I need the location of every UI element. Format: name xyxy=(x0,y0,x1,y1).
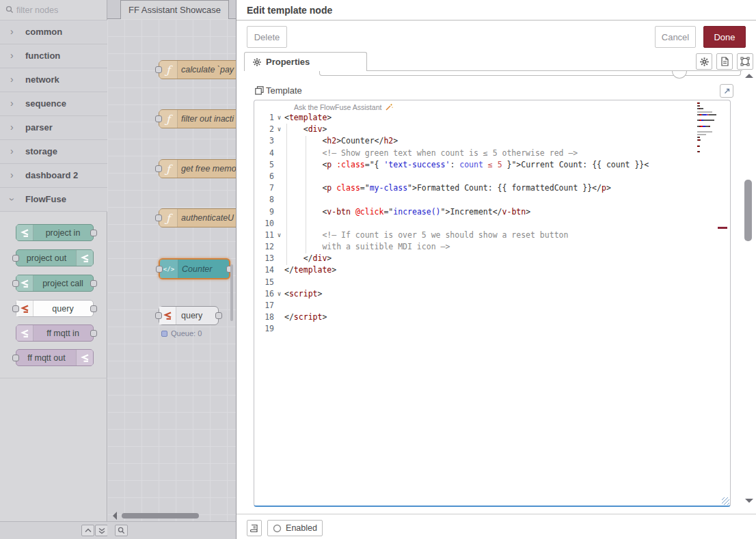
code-line-18[interactable]: 18</script> xyxy=(254,312,730,323)
code-line-6[interactable]: 6 xyxy=(254,171,730,182)
palette-node-ff-mqtt-out[interactable]: ff mqtt out xyxy=(16,349,94,366)
flow-node-authenticateu[interactable]: ƒauthenticateU xyxy=(159,208,236,227)
code-line-9[interactable]: 9 <v-btn @click="increase()">Increment</… xyxy=(254,206,730,218)
fold-chevron-icon[interactable]: ∨ xyxy=(274,112,284,124)
input-port[interactable] xyxy=(12,280,19,287)
fold-gutter xyxy=(274,206,284,218)
flow-node-get-free-memo[interactable]: ƒget free memo xyxy=(159,159,236,178)
hscroll-left-arrow[interactable] xyxy=(113,512,117,520)
code-line-17[interactable]: 17 xyxy=(254,300,730,312)
zoom-search-button[interactable] xyxy=(115,525,128,536)
appearance-frame-button[interactable] xyxy=(737,53,753,70)
code-line-16[interactable]: 16∨<script> xyxy=(254,288,730,300)
input-port[interactable] xyxy=(12,355,19,361)
flow-node-counter[interactable]: </>Counter xyxy=(159,258,230,279)
done-button[interactable]: Done xyxy=(703,26,746,48)
code-line-5[interactable]: 5 <p :class="{ 'text-success': count ≤ 5… xyxy=(254,159,730,171)
code-line-10[interactable]: 10 xyxy=(254,218,730,230)
palette-node-project-out[interactable]: project out xyxy=(16,249,94,266)
minimap-line xyxy=(697,111,718,113)
output-port[interactable] xyxy=(90,280,97,287)
code-line-15[interactable]: 15 xyxy=(254,277,730,288)
minimap-line xyxy=(697,143,718,144)
code-lines: 1∨<template>2∨ <div>3 <h2>Counter</h2>4 … xyxy=(254,112,730,335)
editor-minimap[interactable] xyxy=(697,102,718,157)
fold-chevron-icon[interactable]: ∨ xyxy=(274,288,284,300)
enabled-toggle-button[interactable]: Enabled xyxy=(267,520,323,536)
palette-category-flowfuse[interactable]: ›FlowFuse xyxy=(0,188,107,212)
input-port[interactable] xyxy=(156,266,163,273)
palette-collapse-button[interactable] xyxy=(81,525,94,536)
input-port[interactable] xyxy=(155,115,162,122)
properties-gear-button[interactable] xyxy=(696,53,712,70)
palette-expand-button[interactable] xyxy=(95,525,108,536)
line-number: 12 xyxy=(254,241,274,253)
output-port[interactable] xyxy=(90,230,97,236)
flow-node-label: authenticateU xyxy=(181,209,236,227)
vscroll-thumb[interactable] xyxy=(230,264,233,321)
palette-category-dashboard-2[interactable]: ›dashboard 2 xyxy=(0,164,107,188)
fold-chevron-icon[interactable]: ∨ xyxy=(274,230,284,241)
palette-category-function[interactable]: ›function xyxy=(0,44,107,68)
dialog-scroll-thumb[interactable] xyxy=(744,180,752,241)
minimap-line xyxy=(697,117,718,118)
code-line-4[interactable]: 4 <!— Show green text when count is ≤ 5 … xyxy=(254,148,730,159)
code-text: <!— Show green text when count is ≤ 5 ot… xyxy=(284,148,578,159)
cancel-button[interactable]: Cancel xyxy=(655,26,696,48)
palette-node-project-in[interactable]: project in xyxy=(16,224,94,241)
palette-category-common[interactable]: ›common xyxy=(0,20,107,44)
code-line-13[interactable]: 13 </div> xyxy=(254,253,730,264)
input-port[interactable] xyxy=(155,165,162,172)
code-line-7[interactable]: 7 <p class="my-class">Formatted Count: {… xyxy=(254,182,730,194)
code-line-1[interactable]: 1∨<template> xyxy=(254,112,730,124)
status-dot-icon xyxy=(161,331,167,337)
editor-resize-handle[interactable] xyxy=(722,497,729,505)
input-port[interactable] xyxy=(12,305,19,312)
input-port[interactable] xyxy=(155,312,162,319)
palette-category-network[interactable]: ›network xyxy=(0,68,107,92)
code-line-3[interactable]: 3 <h2>Counter</h2> xyxy=(254,135,730,147)
node-type-icon xyxy=(76,350,93,365)
flow-tab[interactable]: FF Assistant Showcase xyxy=(120,0,229,19)
description-doc-button[interactable] xyxy=(716,53,733,70)
palette-category-parser[interactable]: ›parser xyxy=(0,116,107,140)
editor-expand-button[interactable] xyxy=(720,84,733,98)
hscroll-thumb[interactable] xyxy=(122,513,199,519)
palette-category-sequence[interactable]: ›sequence xyxy=(0,92,107,116)
input-port[interactable] xyxy=(155,215,162,221)
flow-node-query[interactable]: query xyxy=(159,306,219,325)
flow-node-filter-out-inacti[interactable]: ƒfilter out inacti xyxy=(159,109,236,128)
palette-category-storage[interactable]: ›storage xyxy=(0,140,107,164)
code-line-11[interactable]: 11∨ <!— If count is over 5 we should sho… xyxy=(254,230,730,241)
template-code-editor[interactable]: Ask the FlowFuse Assistant 1∨<template>2… xyxy=(254,100,731,507)
delete-button[interactable]: Delete xyxy=(247,26,287,48)
node-type-icon xyxy=(76,250,93,266)
line-number: 13 xyxy=(254,253,274,264)
code-text: <p class="my-class">Formatted Count: {{ … xyxy=(284,182,611,194)
code-line-14[interactable]: 14</template> xyxy=(254,264,730,276)
output-port[interactable] xyxy=(90,330,97,337)
assistant-hint[interactable]: Ask the FlowFuse Assistant xyxy=(294,102,393,112)
palette-filter[interactable]: filter nodes xyxy=(0,0,107,20)
code-line-19[interactable]: 19 xyxy=(254,323,730,335)
flow-node-calculate-pay[interactable]: ƒcalculate `pay xyxy=(159,60,236,79)
status-text: Queue: 0 xyxy=(171,329,202,337)
code-line-8[interactable]: 8 xyxy=(254,194,730,206)
fold-chevron-icon[interactable]: ∨ xyxy=(274,124,284,135)
palette-node-ff-mqtt-in[interactable]: ff mqtt in xyxy=(16,324,94,342)
input-port[interactable] xyxy=(12,255,19,262)
docs-book-button[interactable] xyxy=(247,520,262,536)
code-text: <v-btn @click="increase()">Increment</v-… xyxy=(284,206,530,218)
fold-gutter xyxy=(274,148,284,159)
code-line-12[interactable]: 12 with a suitible MDI icon —> xyxy=(254,241,730,253)
tab-properties[interactable]: Properties xyxy=(244,52,367,71)
palette-node-query[interactable]: query xyxy=(16,300,94,317)
dialog-scroll-up-arrow[interactable] xyxy=(745,74,753,78)
dialog-scroll-down-arrow[interactable] xyxy=(745,499,753,503)
output-port[interactable] xyxy=(215,312,222,319)
palette-node-label: project call xyxy=(33,275,93,291)
output-port[interactable] xyxy=(90,305,97,312)
input-port[interactable] xyxy=(155,66,162,73)
code-line-2[interactable]: 2∨ <div> xyxy=(254,124,730,135)
palette-node-project-call[interactable]: project call xyxy=(16,275,94,292)
